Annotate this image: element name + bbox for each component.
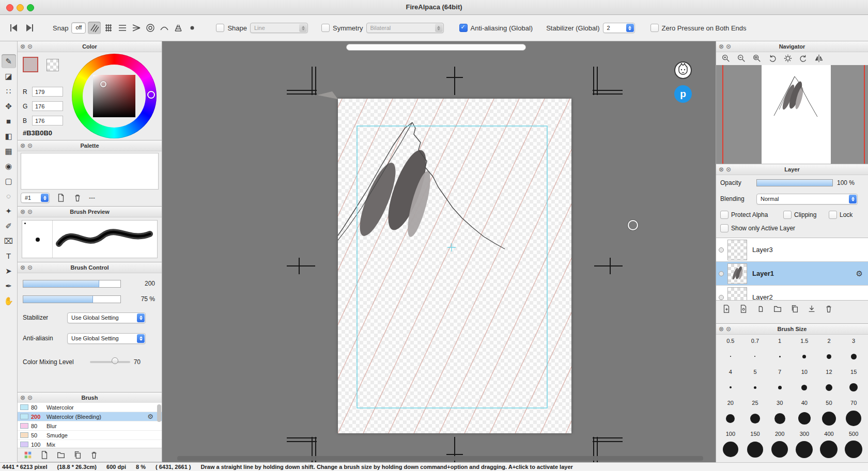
delete-palette-icon[interactable] <box>72 193 83 203</box>
close-icon[interactable]: ⊗ <box>20 392 25 403</box>
add-brush-icon[interactable] <box>39 450 50 460</box>
brush-size-option-500[interactable] <box>841 441 866 458</box>
move-tool[interactable]: ✥ <box>2 99 16 113</box>
snap-off-button[interactable]: off <box>71 22 86 34</box>
saturation-value-square[interactable] <box>93 75 135 117</box>
brush-list-scrollbar[interactable] <box>157 404 161 422</box>
brush-size-option-4[interactable] <box>718 379 743 396</box>
zoom-out-icon[interactable] <box>735 53 748 64</box>
pixiv-badge[interactable]: p <box>674 85 692 103</box>
close-icon[interactable]: ⊗ <box>20 140 25 151</box>
layer-thumbnail[interactable] <box>727 263 747 284</box>
brush-size-option-20[interactable] <box>718 410 743 427</box>
close-icon[interactable]: ⊗ <box>719 164 724 175</box>
collapse-icon[interactable]: ⊙ <box>27 207 33 217</box>
navigator-thumbnail[interactable] <box>716 65 868 164</box>
layer-row[interactable]: Layer1⚙ <box>716 262 868 286</box>
snap-crisscross-icon[interactable] <box>102 22 115 34</box>
select-pen-tool[interactable]: ✐ <box>2 219 16 233</box>
select-eraser-tool[interactable]: ⌧ <box>2 234 16 248</box>
zoom-in-icon[interactable] <box>719 53 733 64</box>
firealpaca-logo[interactable] <box>674 61 692 79</box>
brush-tool[interactable]: ✎ <box>2 54 16 68</box>
brush-size-option-5[interactable] <box>743 379 768 396</box>
brush-size-option-30[interactable] <box>767 410 792 427</box>
brush-size-option-0.5[interactable] <box>718 348 743 365</box>
brush-size-option-1.5[interactable] <box>792 348 817 365</box>
show-only-active-checkbox[interactable] <box>720 224 729 232</box>
add-folder-icon[interactable] <box>772 304 783 314</box>
redo-button[interactable] <box>22 21 38 35</box>
brush-size-option-0.7[interactable] <box>743 348 768 365</box>
collapse-icon[interactable]: ⊙ <box>726 164 731 175</box>
snap-perspective-icon[interactable] <box>172 22 184 34</box>
brush-size-option-10[interactable] <box>792 379 817 396</box>
hand-tool[interactable]: ✋ <box>2 294 16 308</box>
text-tool[interactable]: T <box>2 249 16 263</box>
gear-icon[interactable]: ⚙ <box>147 413 153 420</box>
add-8bit-layer-icon[interactable] <box>738 304 749 314</box>
brush-size-option-25[interactable] <box>743 410 768 427</box>
blue-field[interactable]: 176 <box>32 116 63 125</box>
brush-size-option-300[interactable] <box>792 441 817 458</box>
protect-alpha-checkbox[interactable] <box>720 211 729 219</box>
clipping-checkbox[interactable] <box>783 211 792 219</box>
flip-horizontal-icon[interactable] <box>812 53 826 64</box>
add-1bit-layer-icon[interactable] <box>755 304 766 314</box>
gradient-tool[interactable]: ◧ <box>2 129 16 143</box>
zero-pressure-checkbox[interactable] <box>650 24 659 32</box>
sv-marker[interactable] <box>100 81 106 87</box>
zoom-fit-icon[interactable] <box>750 53 764 64</box>
symmetry-select[interactable]: Bilateral <box>366 23 444 33</box>
collapse-icon[interactable]: ⊙ <box>27 140 33 151</box>
layer-visibility-toggle[interactable] <box>716 271 726 276</box>
brush-size-option-150[interactable] <box>743 441 768 458</box>
duplicate-layer-icon[interactable] <box>789 304 800 314</box>
horizontal-scrollbar-top[interactable] <box>346 44 526 51</box>
eyedropper-tool[interactable]: ✒ <box>2 279 16 293</box>
brush-item[interactable]: 80Blur <box>18 421 162 431</box>
snap-curve-icon[interactable] <box>158 22 171 34</box>
collapse-icon[interactable]: ⊙ <box>27 392 33 403</box>
close-icon[interactable]: ⊗ <box>20 207 25 217</box>
stabilizer-select[interactable]: 2 <box>603 23 635 33</box>
reset-rotation-icon[interactable] <box>781 53 795 64</box>
add-layer-icon[interactable] <box>721 304 732 314</box>
brush-size-option-50[interactable] <box>817 410 842 427</box>
brush-size-option-2[interactable] <box>817 348 842 365</box>
brush-size-slider[interactable] <box>23 280 121 288</box>
delete-brush-icon[interactable] <box>89 450 99 460</box>
pattern-tool[interactable]: ▦ <box>2 144 16 158</box>
layer-opacity-slider[interactable] <box>756 179 833 186</box>
blending-dropdown[interactable]: Normal <box>756 194 858 205</box>
select-lasso-tool[interactable]: ◌ <box>2 189 16 203</box>
finger-tool[interactable]: ∷ <box>2 84 16 98</box>
lock-checkbox[interactable] <box>829 211 837 219</box>
brush-size-option-100[interactable] <box>718 441 743 458</box>
gear-icon[interactable]: ⚙ <box>856 269 863 278</box>
duplicate-brush-icon[interactable] <box>72 450 83 460</box>
snap-vanishing-icon[interactable] <box>130 22 143 34</box>
foreground-color-swatch[interactable] <box>23 57 38 72</box>
antialiasing-checkbox[interactable] <box>459 24 468 32</box>
brush-item[interactable]: 50Smudge <box>18 431 162 440</box>
hue-marker[interactable] <box>147 91 155 99</box>
layer-thumbnail[interactable] <box>727 240 747 260</box>
horizontal-scrollbar-bottom[interactable] <box>177 456 703 461</box>
undo-button[interactable] <box>5 21 22 35</box>
rotate-right-icon[interactable] <box>797 53 810 64</box>
close-icon[interactable]: ⊗ <box>20 41 25 52</box>
snap-concentric-icon[interactable] <box>144 22 157 34</box>
close-icon[interactable]: ⊗ <box>20 262 25 273</box>
green-field[interactable]: 176 <box>32 101 63 111</box>
layer-thumbnail[interactable] <box>727 287 747 301</box>
select-rect-tool[interactable]: ▢ <box>2 174 16 188</box>
canvas-document[interactable] <box>338 99 571 433</box>
close-icon[interactable]: ⊗ <box>719 41 724 52</box>
layer-row[interactable]: Layer2 <box>716 286 868 301</box>
brush-item[interactable]: 80Watercolor <box>18 403 162 412</box>
snap-parallel-icon[interactable] <box>88 22 101 34</box>
layer-visibility-toggle[interactable] <box>716 247 726 253</box>
stabilizer-dropdown[interactable]: Use Global Setting <box>67 312 146 323</box>
shape-select[interactable]: Line <box>250 23 308 33</box>
